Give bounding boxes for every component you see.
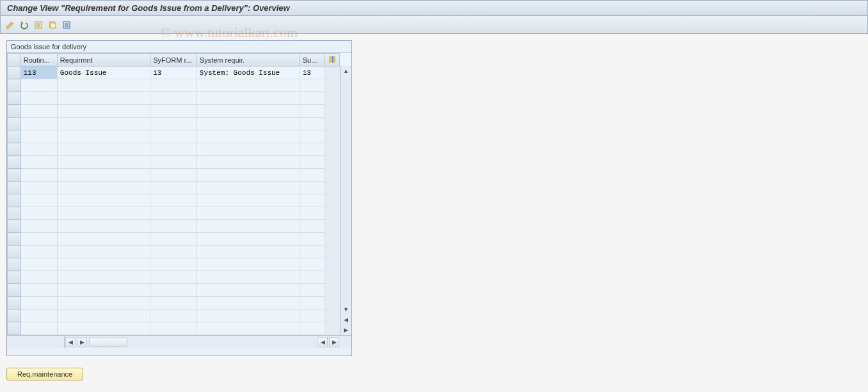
hscroll-thumb[interactable]: ::: — [89, 338, 127, 347]
table-row[interactable]: 113 Goods Issue 13 System: Goods Issue 1… — [8, 67, 340, 79]
table-row[interactable] — [8, 297, 340, 310]
vertical-scrollbar[interactable]: ▲ ▼ ◀ ▶ — [340, 66, 351, 335]
cell-empty[interactable] — [300, 233, 325, 246]
table-row[interactable] — [8, 194, 340, 207]
cell-empty[interactable] — [300, 130, 325, 143]
cell-empty[interactable] — [57, 310, 150, 322]
cell-empty[interactable] — [57, 130, 150, 143]
cell-empty[interactable] — [20, 310, 57, 322]
cell-empty[interactable] — [57, 233, 150, 246]
cell-empty[interactable] — [197, 156, 300, 169]
cell-requirmnt[interactable]: Goods Issue — [57, 67, 150, 79]
cell-syform[interactable]: 13 — [150, 67, 197, 79]
cell-empty[interactable] — [150, 79, 197, 92]
row-selector[interactable] — [8, 297, 21, 310]
cell-empty[interactable] — [57, 297, 150, 310]
edit-icon[interactable] — [4, 19, 16, 31]
row-selector[interactable] — [8, 67, 21, 79]
cell-empty[interactable] — [57, 246, 150, 258]
cell-empty[interactable] — [150, 310, 197, 322]
req-maintenance-button[interactable]: Req.maintenance — [6, 368, 83, 380]
cell-empty[interactable] — [150, 220, 197, 233]
row-selector[interactable] — [8, 246, 21, 258]
row-selector[interactable] — [8, 310, 21, 322]
cell-empty[interactable] — [57, 182, 150, 194]
table-row[interactable] — [8, 284, 340, 297]
hscroll-left-icon[interactable]: ◀ — [65, 337, 76, 347]
scroll-right-end-icon[interactable]: ▶ — [341, 325, 351, 335]
table-row[interactable] — [8, 220, 340, 233]
row-selector[interactable] — [8, 156, 21, 169]
cell-empty[interactable] — [150, 284, 197, 297]
cell-empty[interactable] — [197, 79, 300, 92]
row-selector[interactable] — [8, 271, 21, 284]
cell-empty[interactable] — [150, 130, 197, 143]
cell-system-requir[interactable]: System: Goods Issue — [197, 67, 300, 79]
cell-empty[interactable] — [300, 143, 325, 156]
cell-empty[interactable] — [20, 271, 57, 284]
row-selector[interactable] — [8, 118, 21, 130]
table-row[interactable] — [8, 207, 340, 220]
cell-empty[interactable] — [197, 118, 300, 130]
cell-empty[interactable] — [150, 156, 197, 169]
row-selector[interactable] — [8, 130, 21, 143]
cell-empty[interactable] — [300, 156, 325, 169]
cell-empty[interactable] — [150, 297, 197, 310]
cell-empty[interactable] — [300, 246, 325, 258]
cell-empty[interactable] — [197, 169, 300, 182]
cell-empty[interactable] — [197, 105, 300, 118]
col-system-requir[interactable]: System requir. — [197, 54, 300, 67]
row-selector[interactable] — [8, 79, 21, 92]
row-selector-header[interactable] — [8, 54, 21, 67]
cell-empty[interactable] — [57, 169, 150, 182]
cell-empty[interactable] — [57, 271, 150, 284]
new-entries-icon[interactable] — [33, 19, 44, 31]
cell-empty[interactable] — [300, 118, 325, 130]
cell-empty[interactable] — [300, 182, 325, 194]
cell-empty[interactable] — [57, 207, 150, 220]
col-su[interactable]: Su... — [300, 54, 325, 67]
cell-empty[interactable] — [150, 194, 197, 207]
cell-empty[interactable] — [20, 169, 57, 182]
cell-empty[interactable] — [20, 258, 57, 271]
cell-empty[interactable] — [57, 105, 150, 118]
cell-empty[interactable] — [197, 92, 300, 105]
row-selector[interactable] — [8, 258, 21, 271]
cell-empty[interactable] — [57, 284, 150, 297]
table-row[interactable] — [8, 271, 340, 284]
cell-empty[interactable] — [197, 182, 300, 194]
row-selector[interactable] — [8, 182, 21, 194]
table-row[interactable] — [8, 105, 340, 118]
cell-empty[interactable] — [20, 322, 57, 335]
table-row[interactable] — [8, 130, 340, 143]
cell-empty[interactable] — [20, 92, 57, 105]
table-row[interactable] — [8, 322, 340, 335]
cell-empty[interactable] — [300, 105, 325, 118]
cell-empty[interactable] — [20, 220, 57, 233]
row-selector[interactable] — [8, 233, 21, 246]
cell-empty[interactable] — [20, 246, 57, 258]
table-row[interactable] — [8, 79, 340, 92]
cell-empty[interactable] — [300, 322, 325, 335]
cell-empty[interactable] — [57, 194, 150, 207]
cell-routin[interactable]: 113 — [20, 67, 57, 79]
cell-empty[interactable] — [197, 284, 300, 297]
cell-empty[interactable] — [20, 79, 57, 92]
row-selector[interactable] — [8, 194, 21, 207]
cell-empty[interactable] — [197, 220, 300, 233]
row-selector[interactable] — [8, 220, 21, 233]
cell-empty[interactable] — [300, 220, 325, 233]
cell-empty[interactable] — [20, 105, 57, 118]
row-selector[interactable] — [8, 92, 21, 105]
cell-empty[interactable] — [20, 156, 57, 169]
cell-empty[interactable] — [20, 143, 57, 156]
col-syform[interactable]: SyFORM r... — [150, 54, 197, 67]
row-selector[interactable] — [8, 322, 21, 335]
cell-empty[interactable] — [57, 143, 150, 156]
cell-empty[interactable] — [300, 271, 325, 284]
row-selector[interactable] — [8, 207, 21, 220]
hscroll-right2-icon[interactable]: ▶ — [329, 337, 339, 347]
copy-icon[interactable] — [47, 19, 58, 31]
cell-empty[interactable] — [150, 182, 197, 194]
row-selector[interactable] — [8, 143, 21, 156]
